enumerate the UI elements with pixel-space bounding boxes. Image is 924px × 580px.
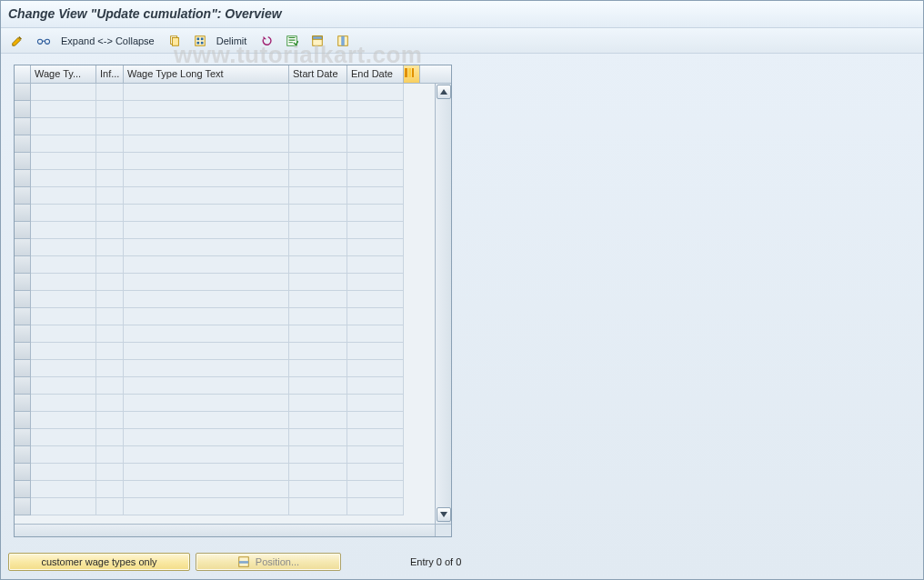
table-row[interactable] (15, 187, 435, 205)
cell-infotype[interactable] (96, 360, 124, 377)
cell-wage-type-long[interactable] (124, 101, 289, 118)
cell-wage-type-long[interactable] (124, 118, 289, 135)
cell-wage-type[interactable] (31, 84, 96, 101)
select-block-button[interactable] (306, 32, 328, 50)
row-selector[interactable] (15, 429, 31, 446)
cell-infotype[interactable] (96, 395, 124, 412)
table-row[interactable] (15, 239, 435, 256)
cell-start-date[interactable] (289, 308, 347, 325)
table-row[interactable] (15, 101, 435, 118)
column-end-date[interactable]: End Date (347, 65, 404, 83)
expand-collapse-button[interactable]: Expand <-> Collapse (59, 35, 160, 46)
table-row[interactable] (15, 308, 435, 325)
cell-start-date[interactable] (289, 498, 347, 515)
row-selector[interactable] (15, 170, 31, 187)
row-selector[interactable] (15, 222, 31, 239)
cell-wage-type-long[interactable] (124, 412, 289, 429)
cell-end-date[interactable] (347, 395, 404, 412)
table-row[interactable] (15, 170, 435, 187)
cell-wage-type[interactable] (31, 412, 96, 429)
cell-infotype[interactable] (96, 325, 124, 343)
cell-wage-type[interactable] (31, 274, 96, 291)
cell-start-date[interactable] (289, 446, 347, 464)
table-row[interactable] (15, 446, 435, 464)
cell-wage-type-long[interactable] (124, 291, 289, 308)
cell-wage-type-long[interactable] (124, 395, 289, 412)
cell-start-date[interactable] (289, 205, 347, 222)
delimit-button[interactable]: Delimit (215, 35, 253, 46)
other-view-button[interactable] (32, 32, 55, 50)
cell-infotype[interactable] (96, 153, 124, 170)
row-selector[interactable] (15, 84, 31, 101)
cell-infotype[interactable] (96, 343, 124, 360)
cell-wage-type[interactable] (31, 187, 96, 205)
cell-wage-type-long[interactable] (124, 84, 289, 101)
cell-infotype[interactable] (96, 84, 124, 101)
table-row[interactable] (15, 256, 435, 274)
cell-end-date[interactable] (347, 412, 404, 429)
cell-wage-type-long[interactable] (124, 343, 289, 360)
customer-wage-types-button[interactable]: customer wage types only (8, 553, 190, 571)
table-row[interactable] (15, 481, 435, 498)
table-row[interactable] (15, 412, 435, 429)
cell-infotype[interactable] (96, 498, 124, 515)
cell-start-date[interactable] (289, 412, 347, 429)
table-row[interactable] (15, 343, 435, 360)
cell-infotype[interactable] (96, 377, 124, 395)
cell-wage-type[interactable] (31, 325, 96, 343)
cell-infotype[interactable] (96, 481, 124, 498)
cell-wage-type-long[interactable] (124, 308, 289, 325)
cell-start-date[interactable] (289, 153, 347, 170)
cell-wage-type-long[interactable] (124, 205, 289, 222)
cell-wage-type[interactable] (31, 481, 96, 498)
undo-button[interactable] (256, 32, 277, 50)
cell-start-date[interactable] (289, 84, 347, 101)
row-selector[interactable] (15, 135, 31, 153)
cell-start-date[interactable] (289, 222, 347, 239)
cell-end-date[interactable] (347, 377, 404, 395)
row-selector[interactable] (15, 377, 31, 395)
cell-end-date[interactable] (347, 135, 404, 153)
cell-wage-type[interactable] (31, 239, 96, 256)
cell-infotype[interactable] (96, 101, 124, 118)
cell-wage-type-long[interactable] (124, 446, 289, 464)
cell-infotype[interactable] (96, 222, 124, 239)
cell-wage-type[interactable] (31, 118, 96, 135)
table-row[interactable] (15, 395, 435, 412)
cell-end-date[interactable] (347, 325, 404, 343)
cell-start-date[interactable] (289, 274, 347, 291)
row-selector[interactable] (15, 481, 31, 498)
row-selector[interactable] (15, 464, 31, 481)
configure-columns-button[interactable] (404, 65, 420, 83)
cell-wage-type-long[interactable] (124, 256, 289, 274)
horizontal-scrollbar[interactable] (15, 524, 435, 536)
column-start-date[interactable]: Start Date (289, 65, 347, 83)
cell-start-date[interactable] (289, 135, 347, 153)
row-selector[interactable] (15, 325, 31, 343)
cell-end-date[interactable] (347, 343, 404, 360)
cell-wage-type-long[interactable] (124, 135, 289, 153)
cell-start-date[interactable] (289, 343, 347, 360)
row-selector[interactable] (15, 101, 31, 118)
cell-wage-type-long[interactable] (124, 429, 289, 446)
cell-wage-type[interactable] (31, 498, 96, 515)
row-selector[interactable] (15, 256, 31, 274)
cell-start-date[interactable] (289, 187, 347, 205)
cell-end-date[interactable] (347, 187, 404, 205)
cell-infotype[interactable] (96, 291, 124, 308)
cell-infotype[interactable] (96, 118, 124, 135)
row-selector[interactable] (15, 308, 31, 325)
cell-wage-type[interactable] (31, 395, 96, 412)
cell-infotype[interactable] (96, 256, 124, 274)
scroll-up-button[interactable] (437, 85, 451, 99)
cell-end-date[interactable] (347, 360, 404, 377)
cell-infotype[interactable] (96, 412, 124, 429)
cell-infotype[interactable] (96, 187, 124, 205)
table-row[interactable] (15, 118, 435, 135)
cell-wage-type[interactable] (31, 256, 96, 274)
column-infotype[interactable]: Inf... (96, 65, 124, 83)
table-row[interactable] (15, 274, 435, 291)
cell-start-date[interactable] (289, 360, 347, 377)
column-selector[interactable] (15, 65, 31, 83)
cell-wage-type-long[interactable] (124, 481, 289, 498)
